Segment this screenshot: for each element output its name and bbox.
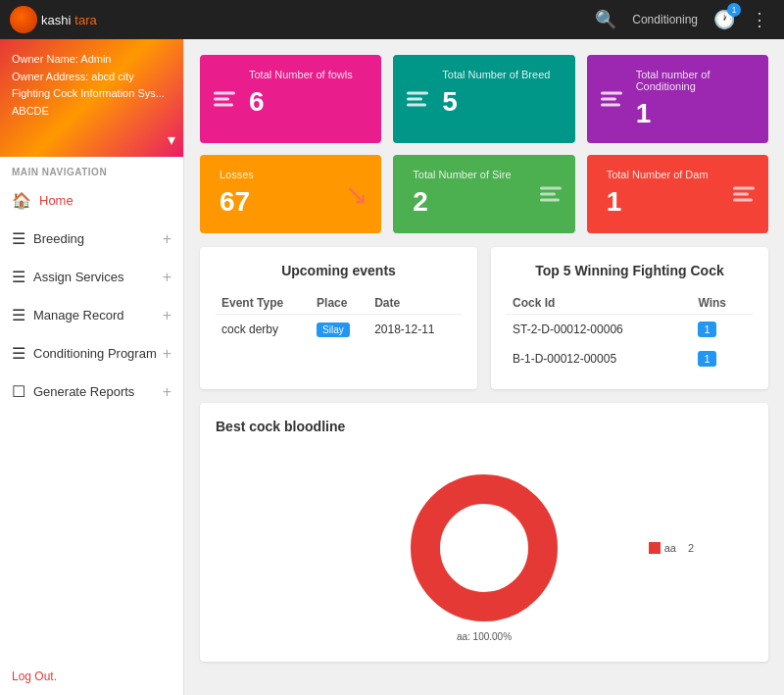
home-icon: 🏠	[12, 191, 31, 210]
losses-value: 67	[220, 186, 366, 218]
panels-row: Upcoming events Event Type Place Date co…	[200, 247, 768, 389]
top5-panel: Top 5 Winning Fighting Cock Cock Id Wins…	[491, 247, 768, 389]
top5-table: Cock Id Wins ST-2-D-00012-00006 1 B-1-D-…	[507, 292, 753, 373]
sidebar-item-assign-services[interactable]: ☰ Assign Services +	[0, 258, 183, 296]
logo-kashi: kashi	[41, 13, 71, 27]
bloodline-panel: Best cock bloodline aa: 100.00% aa 2	[200, 403, 768, 662]
sidebar-hero: Owner Name: Admin Owner Address: abcd ci…	[0, 39, 183, 157]
sidebar-item-home[interactable]: 🏠 Home	[0, 181, 183, 220]
conditioning-count-icon	[601, 92, 622, 107]
cock-id-cell-2: B-1-D-00012-00005	[507, 344, 692, 373]
main-content: Total Number of fowls 6 Total Number of …	[184, 39, 784, 695]
sidebar-item-manage-record[interactable]: ☰ Manage Record +	[0, 296, 183, 334]
fighting-cock-info: Fighting Cock Information Sys...	[12, 85, 172, 103]
legend-label: aa	[664, 542, 676, 554]
cock-id-cell-1: ST-2-D-00012-00006	[507, 315, 692, 345]
sidebar-hero-text: Owner Name: Admin Owner Address: abcd ci…	[12, 51, 172, 120]
place-badge: Silay	[317, 323, 350, 337]
top5-title: Top 5 Winning Fighting Cock	[507, 263, 753, 278]
table-row: cock derby Silay 2018-12-11	[216, 315, 462, 345]
dam-icon	[733, 187, 755, 202]
sire-label: Total Number of Sire	[413, 169, 559, 180]
fowls-icon	[214, 92, 235, 107]
sire-icon	[540, 187, 562, 202]
breeding-icon: ☰	[12, 229, 25, 248]
place-cell: Silay	[311, 315, 368, 345]
conditioning-label-card: Total number of Conditioning	[636, 69, 753, 92]
wins-cell-1: 1	[692, 315, 753, 345]
donut-label: aa: 100.00%	[457, 631, 512, 642]
stat-card-conditioning: Total number of Conditioning 1	[587, 55, 768, 143]
more-menu-icon[interactable]: ⋮	[751, 9, 768, 30]
dam-label: Total Number of Dam	[607, 169, 753, 180]
event-type-cell: cock derby	[216, 315, 311, 345]
conditioning-value: 1	[636, 98, 753, 129]
owner-name: Owner Name: Admin	[12, 51, 172, 69]
app-layout: Owner Name: Admin Owner Address: abcd ci…	[0, 39, 784, 695]
logo-icon	[10, 6, 37, 33]
header-icons: 🔍 Conditioning 🕐 1 ⋮	[595, 9, 768, 30]
breed-label: Total Number of Breed	[442, 69, 559, 80]
sidebar-item-home-label: Home	[39, 193, 74, 208]
col-wins: Wins	[692, 292, 753, 315]
conditioning-expand-icon[interactable]: +	[163, 345, 172, 363]
fowls-label: Total Number of fowls	[249, 69, 366, 80]
wins-badge-1: 1	[698, 322, 715, 337]
logout-button[interactable]: Log Out.	[0, 658, 183, 695]
upcoming-events-title: Upcoming events	[216, 263, 462, 278]
upcoming-events-table: Event Type Place Date cock derby Silay 2…	[216, 292, 462, 344]
stat-card-sire: Total Number of Sire 2	[393, 155, 574, 233]
conditioning-label: Conditioning	[632, 13, 698, 26]
svg-point-1	[465, 528, 504, 568]
logo: kashitara	[10, 6, 97, 33]
stat-card-fowls: Total Number of fowls 6	[200, 55, 381, 143]
table-row: B-1-D-00012-00005 1	[507, 344, 753, 373]
conditioning-icon: ☰	[12, 344, 25, 363]
stat-card-losses: Losses 67 ↘	[200, 155, 381, 233]
sidebar-item-conditioning-label: Conditioning Program	[33, 346, 157, 361]
col-place: Place	[311, 292, 368, 315]
legend-wrap: aa 2	[649, 542, 694, 554]
sidebar-item-reports-label: Generate Reports	[33, 384, 134, 399]
trend-down-icon: ↘	[345, 178, 368, 211]
sidebar-item-breeding[interactable]: ☰ Breeding +	[0, 220, 183, 258]
legend-value: 2	[688, 542, 694, 554]
stat-card-dam: Total Number of Dam 1	[587, 155, 768, 233]
wins-badge-2: 1	[698, 351, 715, 367]
logo-tara: tara	[74, 13, 96, 27]
bloodline-title: Best cock bloodline	[216, 419, 753, 434]
upcoming-events-panel: Upcoming events Event Type Place Date co…	[200, 247, 477, 389]
losses-label: Losses	[220, 169, 366, 180]
date-cell: 2018-12-11	[368, 315, 462, 345]
reports-expand-icon[interactable]: +	[163, 383, 172, 401]
nav-label: MAIN NAVIGATION	[0, 157, 183, 181]
abcde-label: ABCDE	[12, 103, 172, 121]
stat-cards-row2: Losses 67 ↘ Total Number of Sire 2	[200, 155, 768, 233]
wins-cell-2: 1	[692, 344, 753, 373]
breed-icon	[407, 92, 428, 107]
col-cock-id: Cock Id	[507, 292, 692, 315]
breed-value: 5	[442, 86, 559, 118]
owner-address: Owner Address: abcd city	[12, 69, 172, 86]
search-icon[interactable]: 🔍	[595, 9, 616, 30]
stat-card-breed: Total Number of Breed 5	[393, 55, 574, 143]
manage-record-expand-icon[interactable]: +	[163, 307, 172, 324]
chevron-down-icon[interactable]: ▾	[168, 130, 175, 149]
stat-cards-row1: Total Number of fowls 6 Total Number of …	[200, 55, 768, 143]
col-date: Date	[368, 292, 462, 315]
breeding-expand-icon[interactable]: +	[163, 230, 172, 248]
legend-color	[649, 542, 661, 554]
notification-wrap[interactable]: 🕐 1	[713, 9, 735, 30]
sidebar-item-manage-record-label: Manage Record	[33, 308, 124, 323]
manage-record-icon: ☰	[12, 306, 25, 324]
assign-services-expand-icon[interactable]: +	[163, 269, 172, 286]
assign-services-icon: ☰	[12, 268, 25, 286]
sidebar-item-reports[interactable]: ☐ Generate Reports +	[0, 372, 183, 411]
dam-value: 1	[607, 186, 753, 218]
sidebar-item-conditioning[interactable]: ☰ Conditioning Program +	[0, 334, 183, 372]
table-row: ST-2-D-00012-00006 1	[507, 315, 753, 345]
bloodline-donut-chart	[406, 470, 563, 626]
fowls-value: 6	[249, 86, 366, 118]
notification-badge: 1	[727, 3, 741, 17]
top-header: kashitara 🔍 Conditioning 🕐 1 ⋮	[0, 0, 784, 39]
